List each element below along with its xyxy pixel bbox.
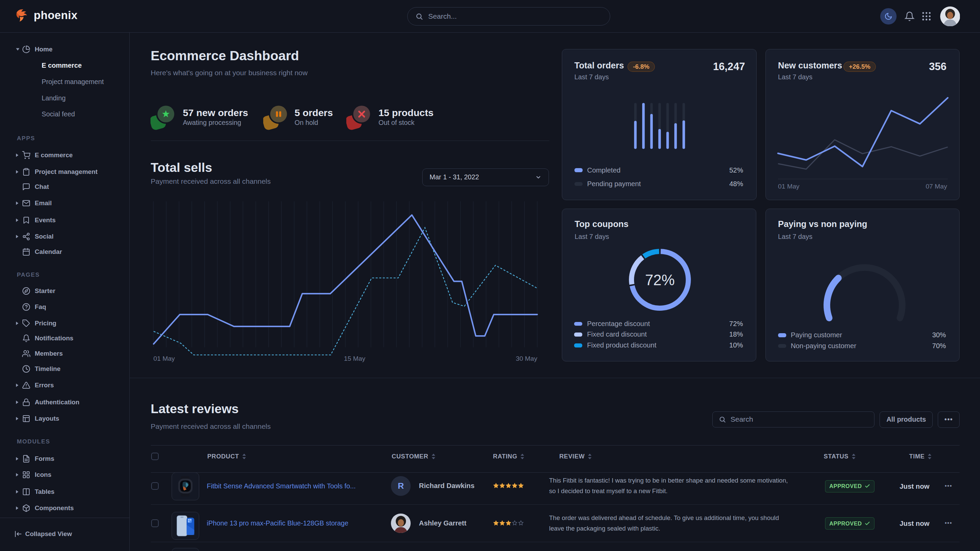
svg-text:15 May: 15 May: [344, 355, 365, 362]
svg-text:01 May: 01 May: [153, 355, 175, 362]
svg-text:30 May: 30 May: [515, 355, 537, 362]
svg-text:72%: 72%: [645, 272, 675, 288]
